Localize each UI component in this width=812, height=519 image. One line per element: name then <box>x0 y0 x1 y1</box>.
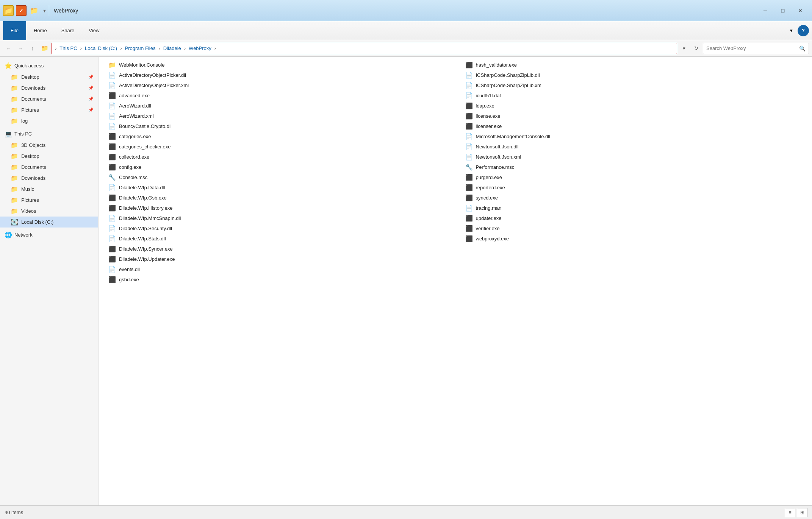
list-item[interactable]: 📄Newtonsoft.Json.xml <box>463 152 805 162</box>
path-webproxy[interactable]: WebProxy <box>187 45 213 52</box>
main-layout: ⭐ Quick access 📁 Desktop 📌 📁 Downloads 📌… <box>0 57 812 505</box>
file-icon: 🔧 <box>108 174 116 181</box>
list-item[interactable]: ⬛Diladele.Wfp.Updater.exe <box>106 254 448 264</box>
tab-file[interactable]: File <box>3 21 26 40</box>
up-button[interactable]: ↑ <box>27 43 38 54</box>
list-item[interactable]: 📄Diladele.Wfp.Data.dll <box>106 182 448 193</box>
path-program-files[interactable]: Program Files <box>124 45 157 52</box>
path-this-pc[interactable]: This PC <box>58 45 78 52</box>
list-item[interactable]: 📄BouncyCastle.Crypto.dll <box>106 121 448 131</box>
maximize-button[interactable]: □ <box>774 5 792 17</box>
folder-icon: 📁 <box>11 164 18 171</box>
folder-icon: 📁 <box>11 142 18 149</box>
ribbon-chevron-icon[interactable]: ▾ <box>785 25 797 36</box>
close-button[interactable]: ✕ <box>792 5 809 17</box>
address-dropdown-icon[interactable]: ▾ <box>679 43 689 54</box>
list-item[interactable]: ⬛updater.exe <box>463 213 805 223</box>
list-item[interactable]: ⬛config.exe <box>106 162 448 172</box>
sidebar-item-documents-quick[interactable]: 📁 Documents 📌 <box>0 94 98 104</box>
list-item[interactable]: 📄ICSharpCode.SharpZipLib.dll <box>463 70 805 80</box>
sidebar-item-desktop-quick[interactable]: 📁 Desktop 📌 <box>0 72 98 83</box>
list-view-button[interactable]: ≡ <box>785 508 795 517</box>
help-button[interactable]: ? <box>798 25 809 36</box>
folder-icon: 📁 <box>11 117 18 125</box>
list-item[interactable]: 📄Microsoft.ManagementConsole.dll <box>463 131 805 142</box>
sidebar-item-desktop-pc[interactable]: 📁 Desktop <box>0 151 98 162</box>
list-item[interactable]: 🔧Console.msc <box>106 172 448 182</box>
list-item[interactable]: ⬛gsbd.exe <box>106 274 448 285</box>
list-item[interactable]: ⬛verifier.exe <box>463 223 805 234</box>
list-item[interactable]: ⬛reporterd.exe <box>463 182 805 193</box>
list-item[interactable]: ⬛syncd.exe <box>463 193 805 203</box>
list-item[interactable]: ⬛purgerd.exe <box>463 172 805 182</box>
file-name: Diladele.Wfp.Security.dll <box>119 226 172 231</box>
list-item[interactable]: 📄events.dll <box>106 264 448 274</box>
list-item[interactable]: ⬛webproxyd.exe <box>463 234 805 244</box>
address-path[interactable]: › This PC › Local Disk (C:) › Program Fi… <box>52 43 677 54</box>
list-item[interactable]: 📄ICSharpCode.SharpZipLib.xml <box>463 80 805 90</box>
list-item[interactable]: 📄ActiveDirectoryObjectPicker.xml <box>106 80 448 90</box>
sidebar-item-downloads-pc[interactable]: 📁 Downloads <box>0 173 98 184</box>
quick-access-toolbar-folder2-icon[interactable]: 📁 <box>29 5 39 16</box>
path-diladele[interactable]: Diladele <box>162 45 183 52</box>
list-item[interactable]: ⬛Diladele.Wfp.Gsb.exe <box>106 193 448 203</box>
list-item[interactable]: 📄Diladele.Wfp.Security.dll <box>106 223 448 234</box>
list-item[interactable]: 📁WebMonitor.Console <box>106 60 448 70</box>
tab-share[interactable]: Share <box>55 21 81 40</box>
list-item[interactable]: ⬛collectord.exe <box>106 152 448 162</box>
sidebar-item-3d-objects[interactable]: 📁 3D Objects <box>0 140 98 151</box>
refresh-button[interactable]: ↻ <box>691 43 701 54</box>
list-item[interactable]: 📄AeroWizard.dll <box>106 101 448 111</box>
list-item[interactable]: 📄AeroWizard.xml <box>106 111 448 121</box>
list-item[interactable]: ⬛hash_validator.exe <box>463 60 805 70</box>
file-icon: 📄 <box>108 225 116 232</box>
list-item[interactable]: ⬛Diladele.Wfp.Syncer.exe <box>106 244 448 254</box>
file-content: 📁WebMonitor.Console📄ActiveDirectoryObjec… <box>99 57 812 505</box>
file-name: Newtonsoft.Json.dll <box>476 144 519 150</box>
tab-view[interactable]: View <box>82 21 106 40</box>
quick-access-toolbar-folder-icon[interactable]: 📁 <box>3 5 14 16</box>
file-name: Diladele.Wfp.History.exe <box>119 205 172 211</box>
list-item[interactable]: 🔧Performance.msc <box>463 162 805 172</box>
list-item[interactable]: ⬛ldap.exe <box>463 101 805 111</box>
file-icon: 📄 <box>108 215 116 222</box>
search-box[interactable]: 🔍 <box>703 43 809 54</box>
list-item[interactable]: 📄Newtonsoft.Json.dll <box>463 142 805 152</box>
sidebar-this-pc-header[interactable]: 💻 This PC <box>0 128 98 140</box>
list-item[interactable]: 📄Diladele.Wfp.MmcSnapIn.dll <box>106 213 448 223</box>
path-local-disk[interactable]: Local Disk (C:) <box>83 45 119 52</box>
list-item[interactable]: ⬛categories_checker.exe <box>106 142 448 152</box>
sidebar-item-local-disk[interactable]: 💽 Local Disk (C:) <box>0 217 98 228</box>
sidebar-item-videos[interactable]: 📁 Videos <box>0 206 98 217</box>
forward-button[interactable]: → <box>15 43 26 54</box>
sidebar-item-downloads-quick[interactable]: 📁 Downloads 📌 <box>0 83 98 94</box>
file-icon: ⬛ <box>465 102 473 109</box>
list-item[interactable]: ⬛advanced.exe <box>106 90 448 101</box>
file-name: categories.exe <box>119 134 151 139</box>
folder-icon: 📁 <box>11 185 18 193</box>
file-name: ICSharpCode.SharpZipLib.dll <box>476 72 540 78</box>
file-name: Performance.msc <box>476 164 515 170</box>
sidebar-item-music[interactable]: 📁 Music <box>0 184 98 195</box>
path-sep-5: › <box>184 45 186 51</box>
back-button[interactable]: ← <box>3 43 14 54</box>
tab-home[interactable]: Home <box>27 21 54 40</box>
list-item[interactable]: 📄tracing.man <box>463 203 805 213</box>
search-input[interactable] <box>706 45 799 51</box>
sidebar-quick-access-header[interactable]: ⭐ Quick access <box>0 60 98 72</box>
list-item[interactable]: ⬛licenser.exe <box>463 121 805 131</box>
list-item[interactable]: ⬛license.exe <box>463 111 805 121</box>
quick-access-toolbar-save-icon[interactable]: ✓ <box>16 5 27 16</box>
sidebar-item-log-quick[interactable]: 📁 log <box>0 115 98 126</box>
sidebar-item-pictures-quick[interactable]: 📁 Pictures 📌 <box>0 104 98 115</box>
sidebar-item-pictures-pc[interactable]: 📁 Pictures <box>0 195 98 206</box>
list-item[interactable]: ⬛Diladele.Wfp.History.exe <box>106 203 448 213</box>
list-item[interactable]: 📄icudt51l.dat <box>463 90 805 101</box>
sidebar-network-header[interactable]: 🌐 Network <box>0 229 98 241</box>
details-view-button[interactable]: ⊞ <box>797 508 807 517</box>
list-item[interactable]: ⬛categories.exe <box>106 131 448 142</box>
minimize-button[interactable]: ─ <box>757 5 774 17</box>
sidebar-item-documents-pc[interactable]: 📁 Documents <box>0 162 98 173</box>
list-item[interactable]: 📄ActiveDirectoryObjectPicker.dll <box>106 70 448 80</box>
list-item[interactable]: 📄Diladele.Wfp.Stats.dll <box>106 234 448 244</box>
